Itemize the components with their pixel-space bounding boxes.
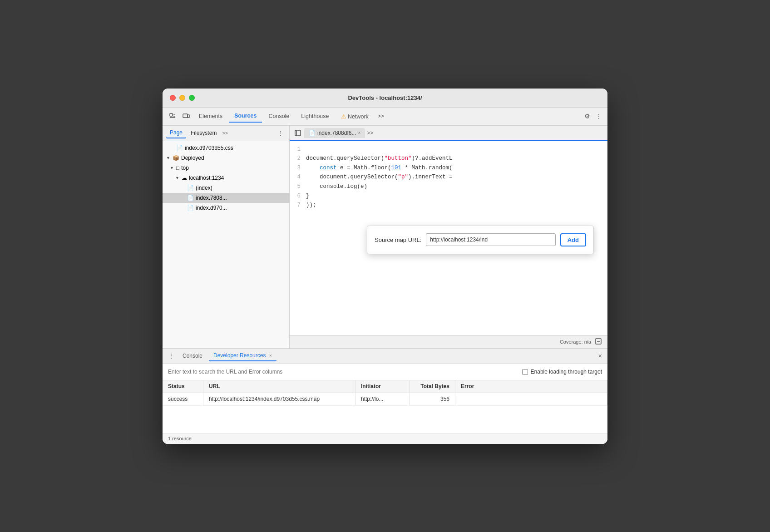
bottom-status: 1 resource <box>163 433 607 444</box>
tab-sources[interactable]: Sources <box>229 110 262 123</box>
right-panel: 📄 index.7808df6... × >> 1 2 3 4 5 6 7 do… <box>290 126 607 348</box>
enable-loading-checkbox[interactable] <box>522 369 528 375</box>
left-panel-tabs: Page Filesystem >> ⋮ <box>163 126 289 141</box>
tab-page[interactable]: Page <box>166 128 186 138</box>
cell-status: success <box>163 393 203 405</box>
tab-more-button[interactable]: >> <box>375 111 387 121</box>
list-item[interactable]: ▼ 📦 Deployed <box>163 153 289 163</box>
panel-tab-more[interactable]: >> <box>222 130 228 136</box>
list-item[interactable]: 📄 index.7808... <box>163 193 289 203</box>
bottom-panel-more-icon[interactable]: ⋮ <box>166 350 176 361</box>
bottom-panel: ⋮ Console Developer Resources × × Enable… <box>163 348 607 444</box>
tab-filesystem[interactable]: Filesystem <box>187 128 220 138</box>
editor-tab-label: index.7808df6... <box>317 130 356 136</box>
sourcemap-popup: Source map URL: Add <box>367 226 594 254</box>
editor-file-tab[interactable]: 📄 index.7808df6... × <box>304 128 365 138</box>
index-label: (index) <box>196 185 212 191</box>
line-numbers: 1 2 3 4 5 6 7 <box>290 145 306 332</box>
more-options-icon[interactable]: ⋮ <box>594 111 604 122</box>
devtools-window: DevTools - localhost:1234/ Elements Sour… <box>163 89 607 444</box>
deployed-icon: 📦 <box>173 155 179 161</box>
network-warning-icon: ⚠ <box>341 113 348 120</box>
settings-icon[interactable]: ⚙ <box>582 111 592 122</box>
col-header-status: Status <box>163 380 203 393</box>
tree-arrow: ▼ <box>166 156 171 160</box>
list-item[interactable]: 📄 (index) <box>163 183 289 193</box>
status-bar: Coverage: n/a <box>290 335 607 348</box>
tab-console[interactable]: Console <box>263 110 295 122</box>
col-header-bytes: Total Bytes <box>410 380 455 393</box>
editor-sidebar-toggle[interactable] <box>291 127 304 139</box>
tab-elements[interactable]: Elements <box>193 110 228 122</box>
cloud-icon: ☁ <box>182 175 187 181</box>
col-header-error: Error <box>455 380 607 393</box>
bottom-panel-close[interactable]: × <box>597 350 604 361</box>
main-area: Page Filesystem >> ⋮ 📄 index.d9703d55.cs… <box>163 126 607 348</box>
titlebar: DevTools - localhost:1234/ <box>163 89 607 108</box>
cell-bytes: 356 <box>410 393 455 405</box>
localhost-label: localhost:1234 <box>189 175 224 181</box>
responsive-mode-icon[interactable] <box>180 110 192 123</box>
sourcemap-add-button[interactable]: Add <box>560 233 586 246</box>
search-bar: Enable loading through target <box>163 364 607 380</box>
fullscreen-button[interactable] <box>189 95 195 101</box>
developer-resources-close[interactable]: × <box>269 353 272 358</box>
enable-loading-label: Enable loading through target <box>531 369 602 375</box>
file-icon: 📄 <box>187 205 194 211</box>
coverage-icon[interactable] <box>595 338 602 346</box>
list-item[interactable]: 📄 index.d9703d55.css <box>163 143 289 153</box>
table-empty-space <box>163 406 607 433</box>
minimize-button[interactable] <box>179 95 185 101</box>
bottom-tabs: ⋮ Console Developer Resources × × <box>163 349 607 364</box>
js-file-label: index.7808... <box>196 195 227 201</box>
cell-url: http://localhost:1234/index.d9703d55.css… <box>203 393 355 405</box>
window-title: DevTools - localhost:1234/ <box>348 94 422 101</box>
file-label: index.d9703d55.css <box>185 145 233 151</box>
tabbar-right: ⚙ ⋮ <box>582 111 604 122</box>
col-header-url: URL <box>203 380 355 393</box>
table-row[interactable]: success http://localhost:1234/index.d970… <box>163 393 607 406</box>
editor-tab-close[interactable]: × <box>358 130 360 135</box>
editor-tab-more[interactable]: >> <box>365 130 375 136</box>
tab-developer-resources[interactable]: Developer Resources × <box>209 350 276 361</box>
editor-tabs: 📄 index.7808df6... × >> <box>290 126 607 141</box>
tree-arrow: ▼ <box>175 176 180 180</box>
cell-initiator: http://lo... <box>355 393 410 405</box>
search-input[interactable] <box>168 369 517 375</box>
tab-console-bottom[interactable]: Console <box>178 351 207 361</box>
table-header: Status URL Initiator Total Bytes Error <box>163 380 607 393</box>
file-icon: 📄 <box>187 185 194 191</box>
tree-arrow: ▼ <box>170 166 174 170</box>
svg-rect-0 <box>170 113 173 116</box>
list-item[interactable]: ▼ ☁ localhost:1234 <box>163 173 289 183</box>
list-item[interactable]: ▼ □ top <box>163 163 289 173</box>
file-icon: 📄 <box>176 145 183 151</box>
sourcemap-label: Source map URL: <box>375 236 421 243</box>
svg-rect-4 <box>183 114 188 118</box>
tab-network[interactable]: ⚠ Network <box>336 110 374 123</box>
tabbar: Elements Sources Console Lighthouse ⚠ Ne… <box>163 108 607 126</box>
deployed-label: Deployed <box>181 155 204 161</box>
cell-error <box>455 393 607 405</box>
coverage-label: Coverage: n/a <box>560 339 591 345</box>
enable-loading-option: Enable loading through target <box>522 369 602 375</box>
file-icon: 📄 <box>187 195 194 201</box>
tab-lighthouse[interactable]: Lighthouse <box>296 110 334 122</box>
css-file2-label: index.d970... <box>196 205 227 211</box>
close-button[interactable] <box>170 95 176 101</box>
resource-count: 1 resource <box>168 436 192 441</box>
traffic-lights <box>170 95 195 101</box>
top-icon: □ <box>176 165 179 171</box>
file-icon-tab: 📄 <box>309 130 316 136</box>
left-panel: Page Filesystem >> ⋮ 📄 index.d9703d55.cs… <box>163 126 290 348</box>
file-tree: 📄 index.d9703d55.css ▼ 📦 Deployed ▼ □ to… <box>163 141 289 348</box>
list-item[interactable]: 📄 index.d970... <box>163 203 289 213</box>
left-panel-more-icon[interactable]: ⋮ <box>276 128 286 138</box>
svg-rect-6 <box>295 130 301 136</box>
col-header-initiator: Initiator <box>355 380 410 393</box>
top-label: top <box>181 165 189 171</box>
sourcemap-input[interactable] <box>426 233 555 246</box>
svg-rect-5 <box>188 115 189 118</box>
resource-table: Status URL Initiator Total Bytes Error s… <box>163 380 607 406</box>
inspect-element-icon[interactable] <box>166 110 179 123</box>
